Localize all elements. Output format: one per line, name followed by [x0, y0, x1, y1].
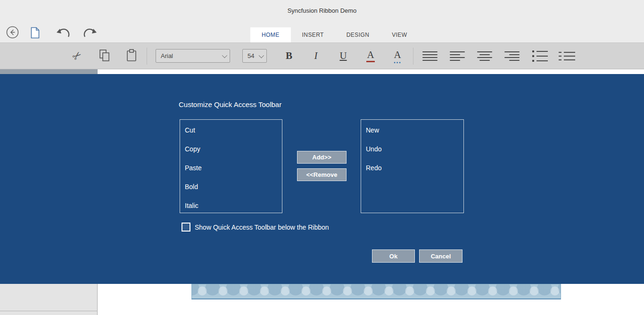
- font-color-button[interactable]: A: [363, 43, 378, 69]
- underline-icon: U: [339, 51, 347, 61]
- titlebar: Syncfusion Ribbon Demo: [0, 0, 644, 22]
- list-item[interactable]: Bold: [180, 177, 282, 196]
- list-item[interactable]: Paste: [180, 158, 282, 177]
- document-top-strip: [98, 69, 644, 74]
- quick-access-toolbar: ▾ HOME INSERT DESIGN VIEW: [0, 22, 644, 42]
- align-left-button[interactable]: [449, 43, 465, 69]
- dialog-title: Customize Quick Access Toolbar: [179, 100, 281, 108]
- align-left-icon: [450, 51, 465, 61]
- bold-icon: B: [286, 51, 292, 61]
- font-family-value: Arial: [161, 52, 217, 59]
- font-color-icon: A: [366, 50, 375, 62]
- underline-button[interactable]: U: [336, 43, 350, 69]
- customize-qat-dialog: Customize Quick Access Toolbar CutCopyPa…: [0, 74, 644, 284]
- italic-icon: I: [314, 51, 318, 61]
- list-item[interactable]: Undo: [361, 140, 463, 158]
- bullet-list-button[interactable]: [531, 43, 548, 69]
- list-item[interactable]: Italic: [180, 196, 282, 215]
- app-window: Syncfusion Ribbon Demo: [0, 0, 644, 315]
- list-item[interactable]: New: [361, 121, 463, 140]
- redo-icon: [83, 33, 98, 41]
- available-commands-listbox[interactable]: CutCopyPasteBoldItalic: [180, 119, 282, 213]
- list-item[interactable]: Copy: [180, 140, 282, 158]
- tab-view[interactable]: VIEW: [380, 27, 418, 42]
- redo-button[interactable]: [83, 28, 98, 41]
- font-color-picker-icon: A ...: [394, 50, 401, 62]
- align-center-button[interactable]: [477, 43, 493, 69]
- numbered-list-icon: [559, 52, 575, 60]
- tab-design-label: DESIGN: [347, 32, 369, 38]
- paste-icon: [126, 49, 137, 63]
- tab-view-label: VIEW: [392, 32, 407, 38]
- window-title: Syncfusion Ribbon Demo: [288, 7, 357, 14]
- sidebar-panel[interactable]: [0, 284, 98, 315]
- document-area: [0, 284, 644, 315]
- sidebar-divider: [0, 311, 98, 311]
- align-right-button[interactable]: [504, 43, 520, 69]
- numbered-list-button[interactable]: [558, 43, 575, 69]
- undo-button[interactable]: [56, 28, 71, 41]
- align-justify-button[interactable]: [422, 43, 438, 69]
- add-button[interactable]: Add>>: [297, 151, 347, 164]
- tab-insert[interactable]: INSERT: [291, 27, 335, 42]
- align-center-icon: [477, 51, 492, 61]
- tab-design[interactable]: DESIGN: [335, 27, 380, 42]
- show-qat-checkbox[interactable]: [182, 223, 190, 232]
- undo-icon: [56, 33, 71, 41]
- show-qat-below-row[interactable]: Show Quick Access Toolbar below the Ribb…: [182, 223, 329, 232]
- paste-button[interactable]: [124, 43, 139, 69]
- back-icon: [6, 33, 19, 40]
- align-right-icon: [504, 51, 520, 61]
- bold-button[interactable]: B: [282, 43, 296, 69]
- list-item[interactable]: Redo: [361, 158, 463, 177]
- new-document-button[interactable]: [30, 27, 40, 40]
- back-button[interactable]: [6, 26, 19, 40]
- ribbon-toolbar: ✂ Arial 54: [0, 42, 644, 69]
- bullet-list-icon: [532, 50, 548, 62]
- document-banner-graphic: [191, 284, 561, 299]
- align-justify-icon: [422, 51, 438, 61]
- font-size-value: 54: [248, 52, 254, 59]
- copy-button[interactable]: [97, 43, 112, 69]
- cancel-button[interactable]: Cancel: [419, 249, 462, 263]
- list-item[interactable]: Cut: [180, 121, 282, 140]
- ok-button[interactable]: Ok: [372, 249, 415, 263]
- ribbon-tabs: HOME INSERT DESIGN VIEW: [250, 27, 419, 42]
- font-family-select[interactable]: Arial: [156, 49, 230, 63]
- chevron-down-icon: [222, 52, 227, 58]
- copy-icon: [99, 49, 110, 63]
- ribbon-separator: [413, 48, 413, 65]
- selected-commands-listbox[interactable]: NewUndoRedo: [361, 119, 464, 213]
- ribbon-separator: [147, 48, 147, 65]
- tab-home-label: HOME: [262, 32, 280, 38]
- tab-insert-label: INSERT: [302, 32, 324, 38]
- new-document-icon: [30, 33, 40, 40]
- remove-button[interactable]: <<Remove: [297, 168, 347, 181]
- scissors-icon: ✂: [70, 48, 85, 64]
- tab-home[interactable]: HOME: [250, 27, 291, 42]
- chevron-down-icon: [259, 53, 264, 58]
- font-size-select[interactable]: 54: [242, 49, 267, 63]
- italic-button[interactable]: I: [309, 43, 323, 69]
- cut-button[interactable]: ✂: [70, 43, 85, 69]
- sidebar-top-strip: [0, 69, 98, 74]
- show-qat-checkbox-label: Show Quick Access Toolbar below the Ribb…: [195, 224, 329, 231]
- font-color-picker-button[interactable]: A ...: [388, 43, 406, 69]
